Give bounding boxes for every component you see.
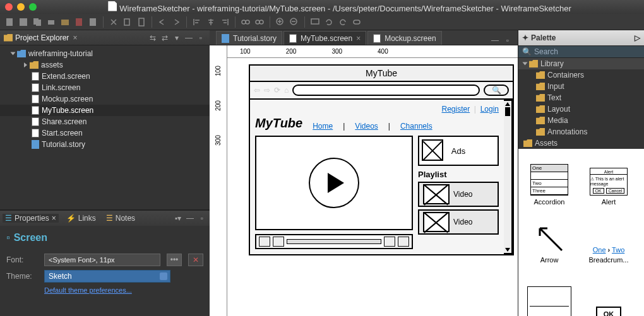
rotate-right-icon[interactable] xyxy=(337,16,349,28)
mockup-playlist-item: Video xyxy=(418,209,499,235)
present-icon[interactable] xyxy=(309,16,321,28)
svg-rect-4 xyxy=(48,20,54,25)
tab-links[interactable]: ⚡Links xyxy=(64,214,98,223)
redo-icon[interactable] xyxy=(170,16,182,28)
palette-item-breadcrumbs[interactable]: One › Two Breadcrum... xyxy=(581,211,636,264)
tree-item[interactable]: Mockup.screen xyxy=(0,93,210,105)
maximize-editor-icon[interactable]: ▫ xyxy=(503,36,513,45)
undo-icon[interactable] xyxy=(157,16,168,28)
palette-item-alert[interactable]: Alert⚠ This is an alert messageOKCancel … xyxy=(581,153,636,206)
palette-cat-text[interactable]: Text xyxy=(518,92,644,103)
align-center-icon[interactable] xyxy=(205,16,217,28)
font-field[interactable]: <System Font>, 11px xyxy=(44,254,160,266)
font-clear-button[interactable]: ✕ xyxy=(188,254,203,266)
tree-item[interactable]: Start.screen xyxy=(0,127,210,139)
screen-icon xyxy=(32,72,39,81)
editor-tab-tutorial[interactable]: Tutorial.story xyxy=(216,31,282,45)
vertical-ruler: 100200300 xyxy=(210,45,227,316)
tree-item-selected[interactable]: MyTube.screen xyxy=(0,105,210,116)
tree-item[interactable]: Link.screen xyxy=(0,82,210,93)
align-left-icon[interactable] xyxy=(191,16,203,28)
collapse-all-icon[interactable]: ⇆ xyxy=(148,33,158,42)
chevron-right-icon[interactable]: ▷ xyxy=(635,33,640,42)
svg-rect-1 xyxy=(20,18,27,26)
theme-select[interactable]: Sketch xyxy=(44,270,170,283)
copy2-icon[interactable] xyxy=(122,16,133,28)
palette-search[interactable]: 🔍Search xyxy=(518,45,644,58)
palette-cat-layout[interactable]: Layout xyxy=(518,103,644,115)
zoom-window-button[interactable] xyxy=(29,3,37,11)
paste-icon[interactable] xyxy=(136,16,147,28)
camera-icon[interactable] xyxy=(59,16,71,28)
pdf-icon[interactable] xyxy=(73,16,85,28)
theme-preferences-link[interactable]: Default theme preferences... xyxy=(44,286,132,294)
toggle-icon[interactable] xyxy=(351,16,362,28)
maximize-icon[interactable]: ▫ xyxy=(197,214,207,223)
color-picker-icon[interactable]: ▪▾ xyxy=(173,214,183,223)
cut-icon[interactable] xyxy=(108,16,119,28)
minimize-panel-icon[interactable]: — xyxy=(184,33,194,42)
unlink-icon[interactable] xyxy=(254,16,265,28)
close-icon[interactable]: × xyxy=(52,214,56,223)
zoom-out-icon[interactable] xyxy=(289,16,300,28)
close-panel-icon[interactable]: × xyxy=(73,33,77,42)
align-right-icon[interactable] xyxy=(219,16,230,28)
editor-tab-mockup[interactable]: Mockup.screen xyxy=(367,31,441,45)
palette-cat-containers[interactable]: Containers xyxy=(518,69,644,81)
mockup-ads-box: Ads xyxy=(418,136,499,166)
tab-notes[interactable]: ☰Notes xyxy=(104,214,138,223)
mockup-browser-window[interactable]: MyTube ⇦ ⇨ ⟳ ⌂ 🔍 xyxy=(249,64,514,255)
maximize-panel-icon[interactable]: ▫ xyxy=(196,33,206,42)
tree-root[interactable]: wireframing-tutorial xyxy=(0,48,210,59)
tab-properties[interactable]: ☰Properties× xyxy=(3,214,59,223)
palette-cat-media[interactable]: Media xyxy=(518,115,644,126)
tree-item[interactable]: Tutorial.story xyxy=(0,139,210,150)
svg-rect-17 xyxy=(354,20,360,24)
project-tree[interactable]: wireframing-tutorial assets Extend.scree… xyxy=(0,45,210,209)
folder-icon xyxy=(4,34,13,42)
copy-icon[interactable] xyxy=(32,16,43,28)
palette-item-browser[interactable] xyxy=(522,269,576,316)
story-icon xyxy=(32,140,39,149)
new-icon[interactable] xyxy=(4,16,15,28)
rotate-left-icon[interactable] xyxy=(323,16,335,28)
palette-icon: ✦ xyxy=(522,33,528,42)
palette-cat-input[interactable]: Input xyxy=(518,81,644,92)
tree-item[interactable]: Share.screen xyxy=(0,116,210,127)
main-toolbar xyxy=(0,14,644,30)
properties-section-title: ▫Screen xyxy=(6,230,203,250)
mockup-url-field xyxy=(292,85,480,96)
svg-point-11 xyxy=(246,20,249,24)
palette-item-button[interactable]: OK xyxy=(581,269,636,316)
close-tab-icon[interactable]: × xyxy=(356,34,361,43)
svg-rect-3 xyxy=(36,20,41,26)
tree-item[interactable]: Extend.screen xyxy=(0,71,210,82)
folder-icon xyxy=(30,61,39,69)
screen-icon xyxy=(32,117,39,126)
mockup-video-player xyxy=(255,136,413,230)
notes-icon: ☰ xyxy=(106,214,113,223)
link-editor-icon[interactable]: ⇄ xyxy=(160,33,170,42)
minimize-window-button[interactable] xyxy=(17,3,25,11)
palette-item-arrow[interactable]: Arrow xyxy=(522,211,576,264)
link-icon[interactable] xyxy=(240,16,251,28)
minimize-editor-icon[interactable]: — xyxy=(490,36,500,45)
tree-folder-assets[interactable]: assets xyxy=(0,59,210,71)
folder-icon xyxy=(536,105,545,113)
palette-assets[interactable]: Assets xyxy=(518,138,644,149)
font-picker-button[interactable]: ••• xyxy=(167,254,182,266)
editor-tab-mytube[interactable]: MyTube.screen× xyxy=(283,31,366,45)
close-window-button[interactable] xyxy=(5,3,13,11)
palette-item-accordion[interactable]: OneTwoThree Accordion xyxy=(522,153,576,206)
project-explorer-header: Project Explorer × ⇆ ⇄ ▾ — ▫ xyxy=(0,30,210,45)
palette-cat-annotations[interactable]: Annotations xyxy=(518,126,644,138)
magnifier-icon: 🔍 xyxy=(522,47,532,56)
zoom-in-icon[interactable] xyxy=(275,16,286,28)
palette-library[interactable]: Library xyxy=(518,58,644,69)
save-icon[interactable] xyxy=(18,16,29,28)
print-icon[interactable] xyxy=(45,16,57,28)
minimize-icon[interactable]: — xyxy=(185,214,195,223)
export-icon[interactable] xyxy=(87,16,98,28)
design-canvas[interactable]: MyTube ⇦ ⇨ ⟳ ⌂ 🔍 xyxy=(227,58,518,316)
view-menu-icon[interactable]: ▾ xyxy=(172,33,182,42)
